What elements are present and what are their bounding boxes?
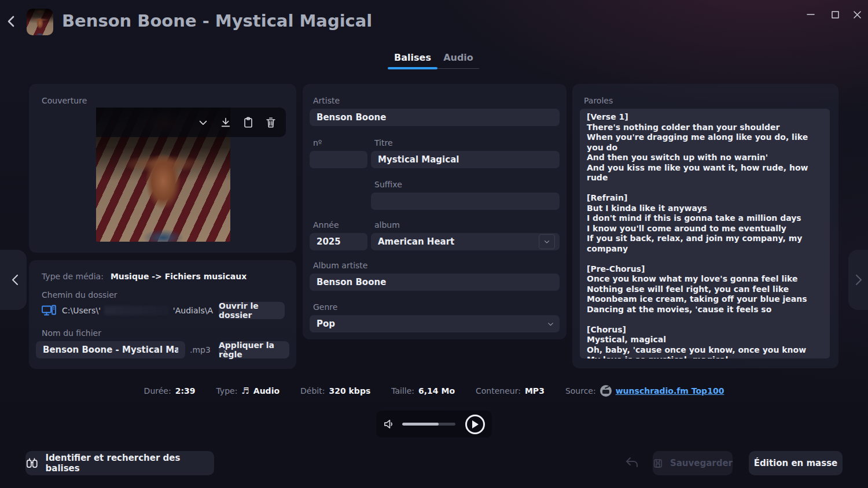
filename-row: .mp3 Appliquer la règle	[36, 341, 289, 358]
radio-icon	[600, 385, 612, 397]
play-icon	[472, 420, 479, 428]
lyrics-label: Paroles	[584, 96, 613, 105]
titre-label: Titre	[374, 138, 393, 147]
close-icon	[853, 10, 862, 19]
album-artiste-input[interactable]	[310, 273, 560, 291]
track-number-label: nº	[313, 138, 322, 147]
folder-path-row: C:\Users\' 'Audials\A Ouvrir le dossier	[42, 302, 285, 319]
source-link[interactable]: wunschradio.fm Top100	[616, 386, 724, 395]
maximize-button[interactable]	[826, 7, 844, 22]
computer-icon	[42, 305, 56, 316]
lyrics-panel: Paroles [Verse 1] There's nothing colder…	[572, 84, 838, 368]
minimize-button[interactable]	[802, 7, 819, 22]
tab-balises[interactable]: Balises	[387, 52, 439, 63]
size-label: Taille:	[391, 386, 414, 395]
path-start: C:\Users\'	[62, 306, 101, 315]
binoculars-icon	[25, 457, 39, 469]
type-value: Audio	[253, 386, 279, 395]
delete-trash-icon[interactable]	[264, 116, 277, 129]
chevron-right-icon	[854, 273, 863, 286]
album-select[interactable]: American Heart	[371, 233, 560, 250]
artiste-label: Artiste	[313, 96, 340, 105]
titre-input[interactable]	[371, 151, 560, 168]
prev-track-button[interactable]	[0, 250, 27, 310]
back-button[interactable]	[3, 13, 19, 30]
annee-label: Année	[313, 220, 339, 230]
filename-input[interactable]	[36, 341, 185, 358]
chevron-down-icon[interactable]	[197, 116, 209, 129]
tags-panel: Artiste nº Titre Suffixe Année album Ame…	[303, 84, 567, 339]
media-type-value: Musique -> Fichiers musicaux	[111, 272, 247, 281]
source-label: Source:	[565, 386, 596, 395]
cover-label: Couverture	[42, 96, 87, 105]
genre-label: Genre	[313, 302, 337, 312]
duration-value: 2:39	[175, 386, 196, 395]
duration-label: Durée:	[144, 386, 171, 395]
minimize-icon	[806, 10, 815, 19]
artiste-input[interactable]	[310, 109, 560, 126]
floppy-disk-icon	[653, 458, 663, 469]
paste-clipboard-icon[interactable]	[242, 116, 255, 129]
track-thumbnail	[27, 9, 53, 35]
tab-audio[interactable]: Audio	[439, 52, 478, 63]
bitrate-label: Débit:	[300, 386, 325, 395]
undo-arrow-icon	[624, 456, 639, 469]
suffixe-label: Suffixe	[374, 180, 402, 189]
album-label: album	[374, 220, 400, 230]
maximize-icon	[831, 10, 840, 19]
bitrate-value: 320 kbps	[329, 386, 370, 395]
genre-value: Pop	[317, 319, 546, 329]
container-value: MP3	[525, 386, 545, 395]
genre-select[interactable]: Pop	[310, 315, 560, 332]
redacted-username	[104, 306, 170, 315]
download-icon[interactable]	[219, 116, 232, 129]
speaker-icon[interactable]	[383, 419, 395, 430]
tab-divider	[437, 68, 479, 69]
cover-panel: Couverture	[29, 84, 296, 253]
music-note-icon: ♬	[241, 386, 249, 396]
type-label: Type:	[216, 386, 237, 395]
album-value: American Heart	[378, 236, 539, 247]
volume-slider[interactable]	[402, 423, 455, 426]
track-number-input[interactable]	[310, 151, 367, 168]
media-type-label: Type de média:	[42, 272, 104, 281]
apply-rule-button[interactable]: Appliquer la règle	[219, 341, 289, 358]
folder-path-label: Chemin du dossier	[42, 290, 117, 300]
container-label: Conteneur:	[476, 386, 521, 395]
chevron-left-icon	[10, 273, 20, 286]
suffixe-input[interactable]	[371, 193, 560, 210]
next-track-button[interactable]	[848, 250, 868, 310]
app-window: Benson Boone - Mystical Magical Balises …	[0, 0, 868, 488]
track-info-bar: Durée:2:39 Type:♬Audio Débit:320 kbps Ta…	[0, 385, 868, 397]
chevron-left-icon	[6, 15, 16, 28]
volume-fill	[402, 423, 439, 426]
close-button[interactable]	[848, 7, 866, 22]
annee-input[interactable]	[310, 233, 367, 250]
lyrics-textarea[interactable]: [Verse 1] There's nothing colder than yo…	[580, 109, 830, 358]
save-label: Sauvegarder	[670, 458, 733, 468]
size-value: 6,14 Mo	[418, 386, 455, 395]
chevron-down-icon	[546, 320, 555, 328]
file-info-panel: Type de média: Musique -> Fichiers music…	[29, 260, 296, 369]
active-tab-indicator	[388, 67, 437, 69]
file-extension: .mp3	[190, 345, 211, 354]
identify-tags-button[interactable]: Identifier et rechercher des balises	[25, 451, 214, 475]
album-artiste-label: Album artiste	[313, 261, 367, 270]
bulk-edit-button[interactable]: Édition en masse	[749, 451, 843, 475]
filename-label: Nom du fichier	[42, 328, 101, 338]
identify-tags-label: Identifier et rechercher des balises	[46, 453, 214, 474]
cover-toolbar	[96, 108, 286, 137]
play-button[interactable]	[465, 415, 485, 434]
open-folder-button[interactable]: Ouvrir le dossier	[219, 302, 285, 319]
undo-button[interactable]	[624, 456, 640, 471]
path-end: 'Audials\A	[173, 306, 213, 315]
save-button[interactable]: Sauvegarder	[653, 451, 733, 475]
chevron-down-icon	[539, 234, 555, 249]
mini-player	[376, 411, 492, 438]
page-title: Benson Boone - Mystical Magical	[62, 11, 372, 31]
